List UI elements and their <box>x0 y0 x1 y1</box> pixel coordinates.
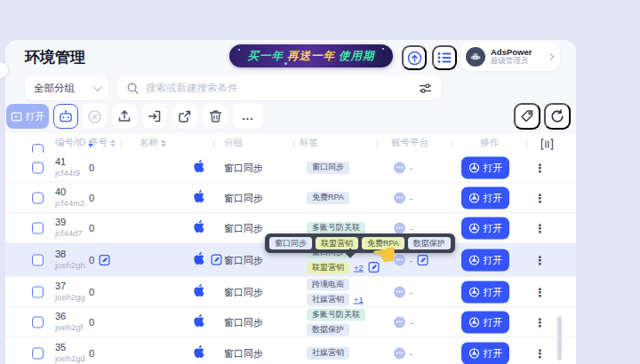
row-checkbox[interactable] <box>32 254 44 265</box>
platform-value: - <box>410 193 412 202</box>
search-input[interactable] <box>146 83 412 93</box>
row-checkbox[interactable] <box>32 286 44 297</box>
profile-id: 37 <box>55 281 85 293</box>
sort-icon[interactable] <box>161 139 166 147</box>
col-seq[interactable]: 序号 <box>89 137 116 149</box>
row-more-icon[interactable]: ⋮ <box>534 285 546 298</box>
tags-list: 社媒营销 <box>307 347 349 360</box>
table-row[interactable]: 36 joeh2gf 0 窗口同步 多账号防关联数据保护 - <box>5 307 576 337</box>
edit-name-icon[interactable] <box>211 254 222 265</box>
open-profile-button[interactable]: 打开 <box>461 186 509 209</box>
promo-banner[interactable]: 买一年 再送一年 使用期 <box>229 44 393 67</box>
open-profile-label: 打开 <box>484 346 503 360</box>
open-profile-label: 打开 <box>484 253 503 266</box>
share-upload-button[interactable] <box>112 104 137 129</box>
col-name[interactable]: 名称 <box>140 137 166 149</box>
row-checkbox[interactable] <box>32 162 44 173</box>
seq-value: 0 <box>89 287 94 297</box>
tag-chip: 社媒营销 <box>307 347 349 360</box>
chevron-down-icon <box>93 83 102 91</box>
profile-id: 41 <box>55 156 80 169</box>
export-button[interactable] <box>172 104 197 129</box>
open-profile-label: 打开 <box>484 315 503 328</box>
platform-more-icon <box>394 286 405 297</box>
profile-id: 36 <box>55 311 83 323</box>
seq-value: 0 <box>89 193 94 203</box>
tooltip-tag-chip: 联盟营销 <box>316 237 358 249</box>
list-icon <box>437 51 452 64</box>
profile-code: joeh2gd <box>55 353 85 364</box>
profile-code: joeh2gh <box>55 260 85 271</box>
open-profile-button[interactable]: 打开 <box>461 281 509 303</box>
delete-button[interactable] <box>203 104 228 129</box>
edit-pencil-icon[interactable] <box>211 254 222 265</box>
robot-icon <box>59 110 73 123</box>
banner-text-buy: 买一年 <box>248 49 284 64</box>
apple-icon <box>194 284 204 300</box>
close-all-button[interactable] <box>82 104 107 129</box>
account-menu[interactable]: AdsPower 超级管理员 <box>460 42 560 71</box>
row-more-icon[interactable]: ⋮ <box>534 253 546 266</box>
tag-manager-button[interactable] <box>514 103 540 130</box>
col-platform: 账号平台 <box>391 137 428 149</box>
edit-pencil-icon[interactable] <box>417 254 428 265</box>
column-settings-icon[interactable] <box>540 138 554 154</box>
profile-code: jcf44t9 <box>55 168 80 178</box>
rpa-robot-button[interactable] <box>53 104 78 129</box>
more-tags-link[interactable]: +1 <box>354 295 364 305</box>
platform-more-icon <box>394 162 405 173</box>
more-tags-link[interactable]: +2 <box>354 263 364 273</box>
group-filter-select[interactable]: 全部分组 <box>25 75 108 100</box>
open-profile-button[interactable]: 打开 <box>461 217 509 239</box>
tooltip-tag-chip: 窗口同步 <box>269 237 312 249</box>
tooltip-tag-chip: 数据保护 <box>408 237 451 249</box>
platform-more-icon <box>394 347 405 359</box>
browser-icon <box>468 286 480 297</box>
row-more-icon[interactable]: ⋮ <box>534 221 546 234</box>
task-list-button[interactable] <box>432 45 457 70</box>
sort-icon[interactable] <box>110 139 116 147</box>
open-profile-label: 打开 <box>484 161 503 174</box>
row-more-icon[interactable]: ⋮ <box>534 346 546 360</box>
open-profile-button[interactable]: 打开 <box>461 342 509 364</box>
refresh-button[interactable] <box>544 103 571 130</box>
row-checkbox[interactable] <box>32 347 44 359</box>
row-more-icon[interactable]: ⋮ <box>534 161 546 174</box>
search-bar[interactable] <box>117 75 441 100</box>
row-checkbox[interactable] <box>32 192 44 203</box>
browser-icon <box>468 192 480 203</box>
tag-chip: 多账号防关联 <box>307 222 365 234</box>
upload-icon <box>117 109 132 123</box>
search-icon <box>126 82 140 95</box>
filter-sliders-icon[interactable] <box>419 83 432 94</box>
tag-chip: 多账号防关联 <box>307 308 365 320</box>
row-checkbox[interactable] <box>32 316 44 328</box>
row-more-icon[interactable]: ⋮ <box>534 315 546 328</box>
open-selected-button[interactable]: 打开 <box>6 104 49 129</box>
group-filter-value: 全部分组 <box>34 82 75 95</box>
group-value: 窗口同步 <box>224 221 263 234</box>
banner-text-gift: 再送一年 <box>287 49 335 64</box>
vertical-scrollbar-thumb[interactable] <box>557 316 562 360</box>
table-row[interactable]: 40 jcf44m2 0 窗口同步 免费RPA - <box>5 183 576 213</box>
table-row[interactable]: 41 jcf44t9 0 窗口同步 窗口同步 - <box>5 153 576 183</box>
edit-platform-icon[interactable] <box>417 254 428 265</box>
browser-icon <box>468 222 480 233</box>
tag-chip: 联盟营销 <box>307 261 349 273</box>
table-row[interactable]: 37 joeh2gg 0 窗口同步 跨境电商社媒营销+1 - <box>5 277 576 307</box>
open-profile-button[interactable]: 打开 <box>461 156 509 178</box>
open-profile-button[interactable]: 打开 <box>461 249 509 271</box>
open-profile-button[interactable]: 打开 <box>461 311 509 333</box>
update-button[interactable] <box>402 45 427 70</box>
row-checkbox[interactable] <box>32 222 44 233</box>
table-row[interactable]: 35 joeh2gd 0 窗口同步 社媒营销 - <box>5 337 576 364</box>
window-top-band <box>0 0 640 40</box>
transfer-in-button[interactable] <box>142 104 167 129</box>
edit-seq-icon[interactable] <box>99 254 110 265</box>
row-more-icon[interactable]: ⋮ <box>534 191 546 204</box>
col-id[interactable]: 编号/ID <box>55 137 93 149</box>
platform-value: - <box>410 223 412 233</box>
group-value: 窗口同步 <box>224 191 263 204</box>
more-actions-button[interactable]: ... <box>233 104 263 129</box>
edit-pencil-icon[interactable] <box>99 254 110 265</box>
